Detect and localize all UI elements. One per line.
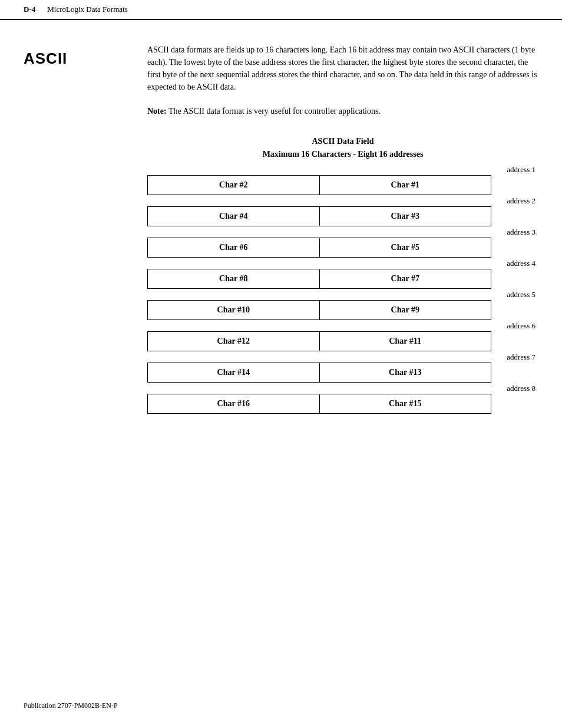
char-addr-spacer — [491, 238, 538, 258]
addr-spacer-left — [148, 320, 320, 332]
char-addr-spacer — [491, 176, 538, 195]
addr-spacer-right — [319, 383, 491, 394]
char-left: Char #4 — [148, 207, 320, 226]
ascii-table-container: ASCII Data Field Maximum 16 Characters -… — [147, 135, 538, 414]
addr-spacer-left — [148, 258, 320, 269]
body-paragraph: ASCII data formats are fields up to 16 c… — [147, 44, 538, 93]
char-left: Char #8 — [148, 269, 320, 289]
char-row: Char #12 Char #11 — [148, 332, 538, 351]
char-right: Char #9 — [319, 301, 491, 320]
char-right: Char #11 — [319, 332, 491, 351]
address-row: address 7 — [148, 351, 538, 363]
table-title-line1: ASCII Data Field — [147, 135, 538, 148]
footer: Publication 2707-PM002B-EN-P — [24, 701, 118, 710]
char-row: Char #2 Char #1 — [148, 176, 538, 195]
char-addr-spacer — [491, 207, 538, 226]
addr-spacer-left — [148, 226, 320, 238]
address-label: address 6 — [491, 320, 538, 332]
addr-spacer-right — [319, 351, 491, 363]
ascii-table: address 1 Char #2 Char #1 address 2 Char… — [147, 164, 538, 414]
char-row: Char #4 Char #3 — [148, 207, 538, 226]
addr-spacer-right — [319, 258, 491, 269]
char-left: Char #12 — [148, 332, 320, 351]
addr-spacer-left — [148, 351, 320, 363]
address-label: address 1 — [491, 164, 538, 176]
address-row: address 2 — [148, 195, 538, 207]
char-right: Char #3 — [319, 207, 491, 226]
address-row: address 3 — [148, 226, 538, 238]
section-title: ASCII — [24, 50, 141, 68]
note-content: The ASCII data format is very useful for… — [168, 107, 381, 116]
address-label: address 4 — [491, 258, 538, 269]
char-left: Char #14 — [148, 363, 320, 383]
address-label: address 8 — [491, 383, 538, 394]
char-row: Char #10 Char #9 — [148, 301, 538, 320]
char-right: Char #7 — [319, 269, 491, 289]
address-row: address 1 — [148, 164, 538, 176]
address-label: address 5 — [491, 289, 538, 301]
char-left: Char #10 — [148, 301, 320, 320]
char-addr-spacer — [491, 363, 538, 383]
char-row: Char #14 Char #13 — [148, 363, 538, 383]
note-label: Note: — [147, 107, 167, 116]
char-right: Char #1 — [319, 176, 491, 195]
table-title: ASCII Data Field Maximum 16 Characters -… — [147, 135, 538, 162]
page-ref: D-4 — [24, 5, 35, 14]
char-left: Char #16 — [148, 394, 320, 414]
address-row: address 6 — [148, 320, 538, 332]
addr-spacer-right — [319, 289, 491, 301]
char-right: Char #13 — [319, 363, 491, 383]
note-paragraph: Note: The ASCII data format is very usef… — [147, 105, 538, 117]
char-addr-spacer — [491, 269, 538, 289]
addr-spacer-left — [148, 289, 320, 301]
char-addr-spacer — [491, 332, 538, 351]
main-content: ASCII ASCII data formats are fields up t… — [0, 20, 562, 437]
char-addr-spacer — [491, 301, 538, 320]
header-title: MicroLogix Data Formats — [47, 5, 127, 14]
addr-spacer-right — [319, 164, 491, 176]
char-addr-spacer — [491, 394, 538, 414]
content-column: ASCII data formats are fields up to 16 c… — [141, 44, 538, 414]
addr-spacer-right — [319, 195, 491, 207]
section-title-column: ASCII — [24, 44, 141, 414]
addr-spacer-left — [148, 164, 320, 176]
char-row: Char #8 Char #7 — [148, 269, 538, 289]
char-right: Char #5 — [319, 238, 491, 258]
table-title-line2: Maximum 16 Characters - Eight 16 address… — [147, 148, 538, 161]
addr-spacer-right — [319, 320, 491, 332]
address-label: address 3 — [491, 226, 538, 238]
page-header: D-4 MicroLogix Data Formats — [0, 0, 562, 20]
addr-spacer-right — [319, 226, 491, 238]
char-row: Char #6 Char #5 — [148, 238, 538, 258]
char-left: Char #2 — [148, 176, 320, 195]
char-row: Char #16 Char #15 — [148, 394, 538, 414]
addr-spacer-left — [148, 195, 320, 207]
address-label: address 2 — [491, 195, 538, 207]
publication-id: Publication 2707-PM002B-EN-P — [24, 701, 118, 710]
address-label: address 7 — [491, 351, 538, 363]
char-right: Char #15 — [319, 394, 491, 414]
char-left: Char #6 — [148, 238, 320, 258]
address-row: address 5 — [148, 289, 538, 301]
address-row: address 4 — [148, 258, 538, 269]
addr-spacer-left — [148, 383, 320, 394]
address-row: address 8 — [148, 383, 538, 394]
